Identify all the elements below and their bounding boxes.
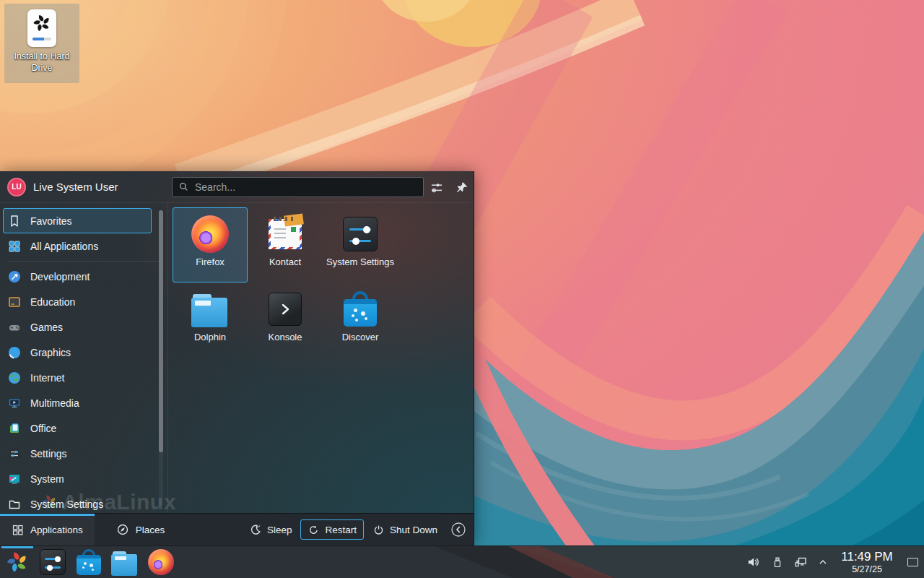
firefox-icon <box>148 549 174 575</box>
restart-button[interactable]: Restart <box>300 519 364 540</box>
app-tile-label: Dolphin <box>174 332 246 344</box>
taskbar-firefox-button[interactable] <box>143 546 179 578</box>
discover-icon <box>341 290 379 328</box>
office-icon <box>7 421 22 436</box>
search-icon <box>178 181 190 193</box>
sidebar-item-label: Graphics <box>30 347 71 358</box>
removable-device-icon[interactable] <box>771 556 784 569</box>
system-icon <box>7 472 22 486</box>
all-applications-grid-icon <box>7 239 22 254</box>
sidebar-separator <box>7 261 160 262</box>
system-tray: 11:49 PM 5/27/25 <box>746 546 924 578</box>
sidebar-item-education[interactable]: Education <box>0 289 167 314</box>
sidebar-item-settings[interactable]: Settings <box>0 441 167 466</box>
sleep-button[interactable]: z z Sleep <box>243 519 299 540</box>
tab-places[interactable]: Places <box>105 514 177 545</box>
sidebar-item-label: Development <box>30 271 90 282</box>
app-tile-label: Konsole <box>249 332 321 344</box>
install-to-hard-drive-icon[interactable]: Install to Hard Drive <box>4 4 79 83</box>
pin-button[interactable] <box>454 180 470 196</box>
search-box[interactable] <box>172 177 424 197</box>
konsole-icon <box>269 293 302 326</box>
multimedia-icon <box>7 396 22 410</box>
install-icon-label: Install to Hard Drive <box>4 51 79 74</box>
user-avatar[interactable]: LU <box>7 178 26 197</box>
app-tile-label: Discover <box>324 332 396 344</box>
power-icon <box>372 524 385 536</box>
shutdown-button[interactable]: Shut Down <box>366 519 444 540</box>
configure-sliders-icon <box>430 181 444 195</box>
sidebar-item-favorites[interactable]: Favorites <box>0 208 167 233</box>
restart-label: Restart <box>325 525 357 535</box>
app-tile-system-settings[interactable]: System Settings <box>323 207 398 282</box>
sidebar-item-label: All Applications <box>30 241 98 252</box>
launcher-footer: Applications Places z z Sleep <box>0 513 474 545</box>
bookmark-icon <box>7 214 22 228</box>
taskbar-discover-button[interactable] <box>71 546 107 578</box>
application-launcher-button[interactable] <box>0 546 35 578</box>
kontact-icon <box>269 219 302 249</box>
sidebar-item-multimedia[interactable]: Multimedia <box>0 390 167 415</box>
taskbar-dolphin-button[interactable] <box>107 546 143 578</box>
show-desktop-button[interactable] <box>905 546 920 578</box>
sidebar-item-office[interactable]: Office <box>0 415 167 441</box>
almalinux-logo-black-icon <box>32 13 52 33</box>
sidebar-item-label: Education <box>30 296 75 308</box>
sidebar-item-label: Settings <box>30 448 67 460</box>
sidebar-item-system-settings[interactable]: System Settings <box>0 491 167 513</box>
dolphin-folder-icon <box>111 551 139 576</box>
tray-expand-icon[interactable] <box>817 556 829 568</box>
taskbar-panel: 11:49 PM 5/27/25 <box>0 545 924 578</box>
sleep-label: Sleep <box>267 525 292 535</box>
favorites-grid: Firefox Kontact System Settings <box>168 203 474 513</box>
tab-label: Places <box>136 525 165 535</box>
sidebar-item-internet[interactable]: Internet <box>0 365 167 390</box>
sidebar-item-label: Multimedia <box>30 397 79 409</box>
session-actions: z z Sleep Restart Shut Down <box>243 519 474 540</box>
settings-sliders-icon <box>7 447 22 461</box>
user-name: Live System User <box>33 181 118 193</box>
sidebar-item-label: Office <box>30 423 56 434</box>
category-sidebar: Favorites All Applications <box>0 203 168 513</box>
app-tile-discover[interactable]: Discover <box>323 282 398 358</box>
application-launcher-menu: LU Live System User <box>0 171 474 545</box>
sidebar-item-development[interactable]: Development <box>0 264 167 289</box>
sleep-moon-icon: z z <box>249 523 262 536</box>
system-settings-icon <box>40 549 66 575</box>
pin-icon <box>455 181 469 195</box>
sidebar-item-graphics[interactable]: Graphics <box>0 340 167 365</box>
sidebar-item-label: System <box>30 473 64 485</box>
taskbar-system-settings-button[interactable] <box>35 546 71 578</box>
discover-icon <box>75 548 103 576</box>
compass-icon <box>116 523 129 536</box>
sidebar-item-system[interactable]: System <box>0 466 167 491</box>
app-tile-firefox[interactable]: Firefox <box>173 207 248 282</box>
restart-icon <box>308 524 320 536</box>
installer-icon <box>27 9 56 47</box>
digital-clock[interactable]: 11:49 PM 5/27/25 <box>838 550 896 574</box>
almalinux-logo-icon <box>5 550 30 574</box>
sidebar-item-label: Games <box>30 322 63 333</box>
chevron-left-circle-icon <box>450 522 466 538</box>
app-tile-label: System Settings <box>324 256 396 269</box>
graphics-icon <box>7 345 22 360</box>
app-tile-dolphin[interactable]: Dolphin <box>173 282 248 358</box>
app-tile-konsole[interactable]: Konsole <box>248 282 323 358</box>
dolphin-folder-icon <box>191 294 229 327</box>
system-settings-icon <box>343 217 378 251</box>
tab-label: Applications <box>30 525 83 535</box>
firefox-icon <box>191 215 229 253</box>
sidebar-item-all-applications[interactable]: All Applications <box>0 233 167 259</box>
search-input[interactable] <box>195 181 417 193</box>
app-tile-label: Kontact <box>249 256 321 269</box>
app-tile-kontact[interactable]: Kontact <box>248 207 323 282</box>
configure-button[interactable] <box>429 180 445 196</box>
education-icon <box>7 295 22 309</box>
sidebar-item-games[interactable]: Games <box>0 314 167 340</box>
tab-applications[interactable]: Applications <box>0 514 95 545</box>
collapse-panel-button[interactable] <box>449 520 468 539</box>
launcher-body: Favorites All Applications <box>0 203 474 513</box>
launcher-header: LU Live System User <box>0 171 474 203</box>
network-icon[interactable] <box>793 555 808 569</box>
volume-icon[interactable] <box>746 554 762 570</box>
